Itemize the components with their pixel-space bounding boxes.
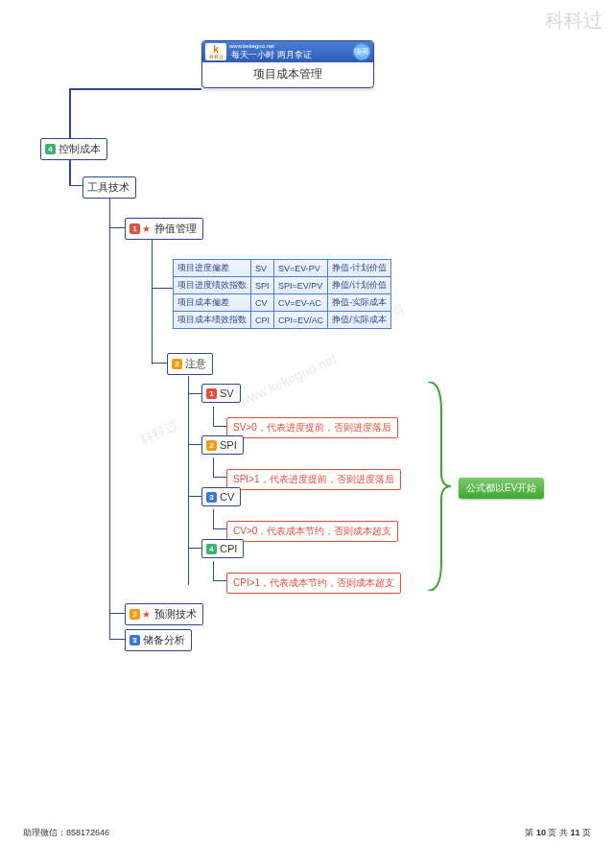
node-num-icon: 2 xyxy=(172,359,182,369)
node-num-icon: 1 xyxy=(130,223,140,234)
connector-line xyxy=(213,477,226,478)
connector-line xyxy=(69,185,83,186)
footer-left: 助理微信：858172646 xyxy=(23,827,109,839)
node-reserve: 3 储备分析 xyxy=(125,629,192,651)
desc-spi: SPI>1，代表进度提前，否则进度落后 xyxy=(226,469,401,490)
formula-table: 项目进度偏差SVSV=EV-PV挣值-计划价值 项目进度绩效指数SPISPI=E… xyxy=(173,259,391,329)
watermark-top-right: 科科过 xyxy=(545,8,602,34)
node-label: SPI xyxy=(220,439,237,451)
title-main: 项目成本管理 xyxy=(202,62,373,82)
node-label: SV xyxy=(220,387,234,399)
connector-line xyxy=(152,363,167,364)
table-row: 项目进度偏差SVSV=EV-PV挣值-计划价值 xyxy=(174,260,391,277)
node-label: 预测技术 xyxy=(154,607,197,622)
connector-line xyxy=(213,561,214,580)
node-num-icon: 2 xyxy=(206,440,217,451)
footer-right: 第 10 页 共 11 页 xyxy=(525,827,591,839)
connector-line xyxy=(109,227,125,228)
node-forecast: 2 ★ 预测技术 xyxy=(125,603,203,625)
connector-line xyxy=(213,426,226,427)
connector-line xyxy=(188,393,201,394)
watermark-diag-brand: 科科过 xyxy=(137,416,181,449)
connector-line xyxy=(188,444,201,445)
node-label: 注意 xyxy=(185,357,206,371)
node-label: 储备分析 xyxy=(143,633,185,647)
logo-icon: k 科科过 xyxy=(205,43,226,60)
title-slogan: 每天一小时 两月拿证 xyxy=(231,49,312,61)
connector-line xyxy=(109,613,125,614)
node-tools-tech: 工具技术 xyxy=(83,176,136,199)
node-cpi: 4 CPI xyxy=(201,539,244,558)
node-label: CPI xyxy=(220,543,237,554)
connector-line xyxy=(69,88,71,138)
connector-line xyxy=(152,240,153,364)
table-row: 项目成本偏差CVCV=EV-AC挣值-实际成本 xyxy=(174,294,391,312)
star-icon: ★ xyxy=(142,223,151,234)
node-evm: 1 ★ 挣值管理 xyxy=(125,218,203,240)
badge-icon: 强 哥 xyxy=(353,43,370,60)
connector-line xyxy=(69,159,71,185)
node-num-icon: 3 xyxy=(206,492,217,503)
node-num-icon: 1 xyxy=(206,388,217,399)
connector-line xyxy=(109,639,125,640)
desc-sv: SV>0，代表进度提前，否则进度落后 xyxy=(226,417,398,438)
node-num-icon: 3 xyxy=(130,635,140,645)
node-label: 控制成本 xyxy=(59,142,101,156)
connector-line xyxy=(188,376,189,585)
star-icon: ★ xyxy=(142,609,151,620)
connector-line xyxy=(188,548,201,549)
node-cv: 3 CV xyxy=(201,487,241,506)
node-label: 挣值管理 xyxy=(154,222,197,236)
connector-line xyxy=(213,580,226,581)
table-row: 项目进度绩效指数SPISPI=EV/PV挣值/计划价值 xyxy=(174,277,391,294)
desc-cpi: CPI>1，代表成本节约，否则成本超支 xyxy=(226,573,401,594)
connector-line xyxy=(109,199,110,640)
connector-line xyxy=(69,88,201,90)
watermark-diag-url-1: www.kekeguo.net xyxy=(237,351,339,410)
connector-line xyxy=(213,509,214,528)
connector-line xyxy=(213,528,226,529)
connector-line xyxy=(188,496,201,497)
node-num-icon: 4 xyxy=(45,144,56,154)
connector-line xyxy=(213,407,214,426)
node-label: 工具技术 xyxy=(87,180,130,195)
node-control-cost: 4 控制成本 xyxy=(40,138,107,160)
title-panel: k 科科过 www.kekeguo.net 每天一小时 两月拿证 强 哥 项目成… xyxy=(201,40,374,88)
node-note: 2 注意 xyxy=(167,353,213,375)
node-num-icon: 2 xyxy=(130,609,140,620)
node-spi: 2 SPI xyxy=(201,435,244,455)
callout-ev: 公式都以EV开始 xyxy=(459,478,544,499)
node-label: CV xyxy=(220,491,234,503)
table-row: 项目成本绩效指数CPICPI=EV/AC挣值/实际成本 xyxy=(174,312,391,329)
connector-line xyxy=(213,457,214,477)
title-bar: k 科科过 www.kekeguo.net 每天一小时 两月拿证 强 哥 xyxy=(202,41,373,62)
node-num-icon: 4 xyxy=(206,544,217,554)
brace-icon xyxy=(424,382,453,591)
desc-cv: CV>0，代表成本节约，否则成本超支 xyxy=(226,521,398,542)
connector-line xyxy=(152,288,173,289)
node-sv: 1 SV xyxy=(201,384,241,403)
